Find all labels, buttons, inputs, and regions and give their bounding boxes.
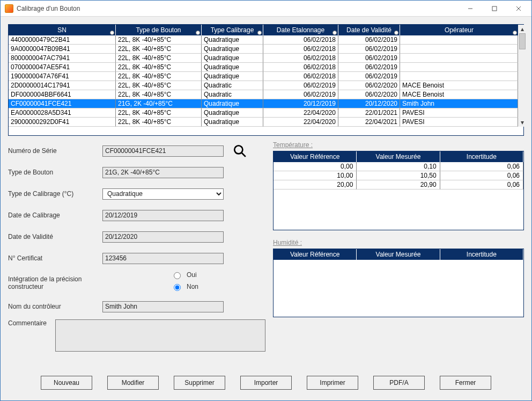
table-cell[interactable]: MACE Benoist (400, 81, 518, 90)
table-cell[interactable]: 20,00 (274, 180, 357, 189)
table-cell[interactable]: 22L, 8K -40/+85°C (116, 81, 202, 90)
table-cell[interactable]: 44000000479C2B41 (9, 35, 116, 45)
table-cell[interactable]: PAVESI (400, 118, 518, 127)
table-cell[interactable]: 0,06 (440, 162, 523, 171)
table-cell[interactable]: 06/02/2019 (338, 45, 400, 54)
maximize-button[interactable] (482, 1, 506, 16)
valid-field[interactable] (102, 231, 224, 243)
filter-icon[interactable] (110, 31, 114, 35)
table-cell[interactable]: 20/12/2019 (263, 99, 338, 108)
table-cell[interactable]: Quadratique (202, 118, 263, 127)
table-cell[interactable]: 29000000292D0F41 (9, 118, 116, 127)
column-header[interactable]: Date Etalonnage (263, 25, 338, 35)
table-cell[interactable] (400, 35, 518, 45)
pdfa-button[interactable]: PDF/A (373, 376, 425, 390)
close-button[interactable] (506, 1, 530, 16)
column-header[interactable]: Type de Bouton (116, 25, 202, 35)
importer-button[interactable]: Importer (240, 376, 292, 390)
table-cell[interactable]: 06/02/2018 (263, 54, 338, 63)
caltype-select[interactable]: Quadratique (102, 188, 224, 200)
table-cell[interactable]: DF0000004BBF6641 (9, 90, 116, 99)
table-cell[interactable]: 22L, 8K -40/+85°C (116, 54, 202, 63)
column-header[interactable]: Valeur Mesurée (357, 151, 440, 162)
table-cell[interactable]: 22L, 8K -40/+85°C (116, 35, 202, 45)
table-cell[interactable]: 22/04/2021 (338, 118, 400, 127)
minimize-button[interactable] (458, 1, 482, 16)
precision-yes-radio[interactable]: Oui (171, 269, 265, 281)
modifier-button[interactable]: Modifier (107, 376, 159, 390)
table-cell[interactable]: Smith John (400, 99, 518, 108)
fermer-button[interactable]: Fermer (440, 376, 491, 390)
table-cell[interactable]: 22L, 8K -40/+85°C (116, 118, 202, 127)
table-cell[interactable] (400, 54, 518, 63)
table-cell[interactable]: Quadratic (202, 81, 263, 90)
column-header[interactable]: Valeur Mesurée (357, 249, 440, 260)
nouveau-button[interactable]: Nouveau (41, 376, 92, 390)
table-cell[interactable] (400, 63, 518, 72)
table-cell[interactable]: 20/12/2020 (338, 99, 400, 108)
search-icon[interactable] (232, 143, 247, 158)
table-cell[interactable]: 0,00 (274, 162, 357, 171)
table-cell[interactable]: MACE Benoist (400, 90, 518, 99)
table-cell[interactable]: 10,00 (274, 171, 357, 180)
table-cell[interactable]: 06/02/2020 (338, 90, 400, 99)
scrollbar[interactable]: ▴▾ (518, 25, 527, 127)
column-header[interactable]: Type Calibrage (202, 25, 263, 35)
filter-icon[interactable] (394, 31, 398, 35)
table-cell[interactable]: 22L, 8K -40/+85°C (116, 90, 202, 99)
filter-icon[interactable] (332, 31, 337, 35)
table-cell[interactable]: 06/02/2018 (263, 72, 338, 81)
type-field[interactable] (102, 167, 224, 178)
table-cell[interactable]: 06/02/2019 (263, 81, 338, 90)
calibration-table[interactable]: SNType de BoutonType CalibrageDate Etalo… (8, 24, 524, 136)
table-cell[interactable] (400, 45, 518, 54)
table-cell[interactable]: 2D00000014C17941 (9, 81, 116, 90)
cert-field[interactable] (102, 253, 224, 264)
imprimer-button[interactable]: Imprimer (307, 376, 358, 390)
column-header[interactable]: Valeur Référence (274, 151, 357, 162)
table-cell[interactable]: Quadratique (202, 35, 263, 45)
table-cell[interactable]: EA00000028A5D341 (9, 108, 116, 118)
table-cell[interactable]: 21G, 2K -40/+85°C (116, 99, 202, 108)
table-cell[interactable]: 06/02/2019 (338, 72, 400, 81)
column-header[interactable]: Incertitude (440, 249, 523, 260)
controller-field[interactable] (102, 301, 224, 312)
column-header[interactable]: Opérateur (400, 25, 518, 35)
table-cell[interactable]: 22/01/2021 (338, 108, 400, 118)
table-cell[interactable]: 06/02/2018 (263, 35, 338, 45)
table-cell[interactable]: Quadratique (202, 99, 263, 108)
table-cell[interactable]: 0,10 (357, 162, 440, 171)
table-cell[interactable]: PAVESI (400, 108, 518, 118)
column-header[interactable]: Incertitude (440, 151, 523, 162)
table-cell[interactable]: 22L, 8K -40/+85°C (116, 108, 202, 118)
scroll-thumb[interactable] (519, 33, 526, 49)
precision-no-radio[interactable]: Non (171, 281, 265, 293)
table-cell[interactable]: 06/02/2019 (338, 63, 400, 72)
column-header[interactable]: SN (9, 25, 116, 35)
table-cell[interactable]: 0,06 (440, 171, 523, 180)
table-cell[interactable]: 22/04/2020 (263, 108, 338, 118)
filter-icon[interactable] (513, 31, 517, 35)
table-cell[interactable] (400, 72, 518, 81)
table-cell[interactable]: 10,50 (357, 171, 440, 180)
table-cell[interactable]: 8000000047AC7941 (9, 54, 116, 63)
table-cell[interactable]: Quadratique (202, 63, 263, 72)
table-cell[interactable]: 06/02/2019 (338, 35, 400, 45)
table-cell[interactable]: Quadratic (202, 90, 263, 99)
column-header[interactable]: Valeur Référence (274, 249, 357, 260)
table-cell[interactable]: 0700000047AE5F41 (9, 63, 116, 72)
table-cell[interactable]: 06/02/2019 (263, 90, 338, 99)
filter-icon[interactable] (257, 31, 262, 35)
table-cell[interactable]: 22L, 8K -40/+85°C (116, 45, 202, 54)
supprimer-button[interactable]: Supprimer (174, 376, 225, 390)
column-header[interactable]: Date de Validité (338, 25, 400, 35)
table-cell[interactable]: Quadratique (202, 72, 263, 81)
table-cell[interactable]: 22/04/2020 (263, 118, 338, 127)
table-cell[interactable]: 22L, 8K -40/+85°C (116, 72, 202, 81)
table-cell[interactable]: 22L, 8K -40/+85°C (116, 63, 202, 72)
table-cell[interactable]: 06/02/2018 (263, 63, 338, 72)
temperature-table[interactable]: Valeur RéférenceValeur MesuréeIncertitud… (273, 151, 524, 230)
table-cell[interactable]: 9A00000047B09B41 (9, 45, 116, 54)
table-cell[interactable]: 20,90 (357, 180, 440, 189)
table-cell[interactable]: Quadratique (202, 45, 263, 54)
